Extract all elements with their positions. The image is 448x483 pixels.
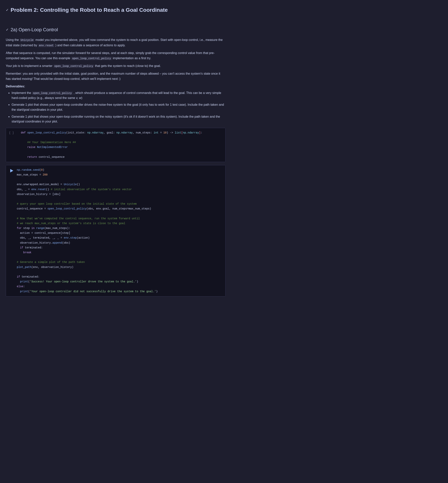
subproblem-title: 2a) Open-Loop Control — [11, 26, 58, 33]
problem2-header: ✓ Problem 2: Controlling the Robot to Re… — [6, 6, 225, 15]
code-cell-1: [ ] def open_loop_control_policy(init_st… — [6, 128, 225, 162]
cell1-code[interactable]: def open_loop_control_policy(init_state:… — [21, 131, 222, 160]
paragraph-4: Remember: you are only provided with the… — [6, 71, 225, 82]
play-icon — [10, 169, 13, 172]
deliverable-1: Implement the open_loop_control_policy ,… — [12, 90, 225, 100]
deliverables-title: Deliverables: — [6, 84, 225, 89]
run-button[interactable] — [9, 168, 15, 173]
deliverables-list: Implement the open_loop_control_policy ,… — [6, 90, 225, 124]
problem2-title: Problem 2: Controlling the Robot to Reac… — [11, 6, 168, 15]
deliverable-3: Generate 1 plot that shows your open-loo… — [12, 114, 225, 124]
paragraph-2: After that sequence is computed, run the… — [6, 50, 225, 61]
cell2-header: np.random.seed(0) max_num_steps = 200 en… — [6, 165, 225, 296]
code-cell-2: np.random.seed(0) max_num_steps = 200 en… — [6, 165, 225, 296]
chevron-2a-icon[interactable]: ✓ — [6, 27, 9, 33]
paragraph-1: Using the Unicycle model you implemented… — [6, 37, 225, 48]
paragraph-3: Your job is to implement a smarter open_… — [6, 63, 225, 69]
chevron-icon[interactable]: ✓ — [6, 7, 9, 13]
subproblem-header: ✓ 2a) Open-Loop Control — [6, 26, 225, 33]
deliverable-2: Generate 1 plot that shows your open-loo… — [12, 102, 225, 112]
cell1-header: [ ] def open_loop_control_policy(init_st… — [6, 128, 225, 162]
cell2-code[interactable]: np.random.seed(0) max_num_steps = 200 en… — [17, 168, 222, 294]
cell1-label: [ ] — [9, 131, 18, 135]
